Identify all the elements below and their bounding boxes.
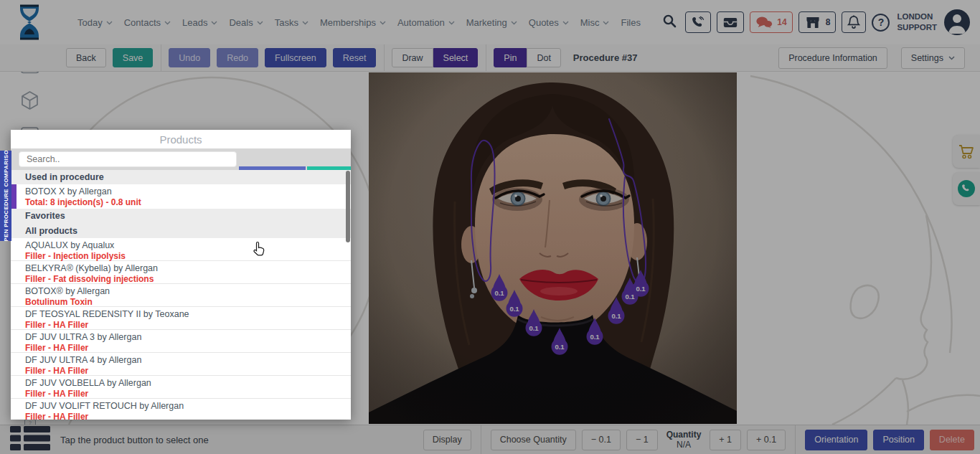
product-row[interactable]: DF JUV ULTRA 3 by AllerganFiller - HA Fi… (11, 330, 351, 353)
product-row[interactable]: AQUALUX by AqualuxFiller - Injection lip… (11, 238, 351, 261)
section-all-products: All products (11, 223, 351, 238)
product-row[interactable]: DF JUV VOLIFT RETOUCH by AllerganFiller … (11, 399, 351, 420)
section-favorites: Favorites (11, 209, 351, 223)
products-panel: Products Used in procedure BOTOX X by Al… (11, 130, 351, 420)
teal-strip (307, 166, 351, 170)
panel-title: Products (11, 130, 351, 148)
product-row[interactable]: DF TEOSYAL REDENSITY II by TeoxaneFiller… (11, 307, 351, 330)
product-row[interactable]: BOTOX® by AllerganBotulinum Toxin (11, 284, 351, 307)
app-root: TodayContactsLeadsDealsTasksMembershipsA… (0, 0, 980, 454)
product-row[interactable]: DF JUV VOLBELLA by AllerganFiller - HA F… (11, 376, 351, 399)
panel-search-row (11, 148, 351, 170)
search-input[interactable] (19, 151, 237, 167)
used-product-row[interactable]: BOTOX X by Allergan Total: 8 injection(s… (11, 184, 351, 209)
section-used-in-procedure: Used in procedure (11, 170, 351, 184)
product-row[interactable]: BELKYRA® (Kybella) by AllerganFiller - F… (11, 261, 351, 284)
open-procedure-comparison-tab[interactable]: OPEN PROCEDURE COMPARISON (0, 151, 11, 241)
indigo-strip (239, 166, 306, 170)
product-row[interactable]: DF JUV ULTRA 4 by AllerganFiller - HA Fi… (11, 353, 351, 376)
panel-scrollbar[interactable] (346, 171, 350, 242)
product-list: AQUALUX by AqualuxFiller - Injection lip… (11, 238, 351, 420)
